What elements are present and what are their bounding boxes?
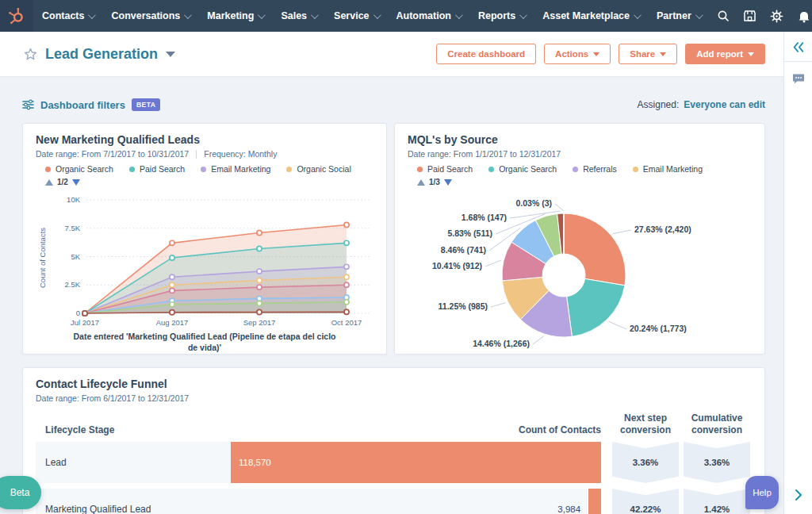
legend-dot-icon [488,167,494,172]
gear-icon[interactable] [764,0,791,32]
frequency: Frequency: Monthly [204,149,277,159]
legend-dot-icon [45,167,51,172]
donut-chart[interactable]: 27.63% (2,420)20.24% (1,773)14.46% (1,26… [408,186,753,356]
help-button[interactable]: Help [745,476,779,509]
data-point-marker[interactable] [344,282,349,287]
data-point-marker[interactable] [170,255,174,260]
nav-item-contacts[interactable]: Contacts [33,0,102,32]
funnel-bar-zone: Lead 118,570 [36,442,601,483]
chevron-down-icon [311,11,319,19]
legend-label: Organic Search [56,164,113,174]
pager-down-icon[interactable] [72,179,80,186]
svg-text:0: 0 [76,309,80,317]
report-subtitle: Date range: From 6/1/2017 to 12/31/2017 [36,393,752,403]
data-point-marker[interactable] [170,310,174,315]
data-point-marker[interactable] [344,264,349,269]
assigned-value-link[interactable]: Everyone can edit [684,99,765,110]
favorite-star-icon[interactable] [24,48,37,61]
data-point-marker[interactable] [344,309,349,314]
filter-icon [22,99,34,110]
data-point-marker[interactable] [170,302,174,307]
data-point-marker[interactable] [344,240,349,245]
report-card-lifecycle-funnel: Contact Lifecycle Funnel Date range: Fro… [22,367,765,514]
pager-up-icon[interactable] [45,179,53,186]
dashboard-body: Dashboard filters BETA Assigned: Everyon… [0,77,783,514]
legend-item[interactable]: Email Marketing [633,164,703,174]
chevron-down-icon [519,11,527,19]
legend-dot-icon [417,167,423,172]
data-point-marker[interactable] [257,230,262,235]
cumulative-conversion-badge: 3.36% [684,442,750,483]
pager-down-icon[interactable] [444,179,452,186]
dashboard-filters-button[interactable]: Dashboard filters BETA [22,98,160,111]
header-actions: Create dashboard Actions Share Add repor… [436,44,765,64]
chevron-down-icon [660,52,666,56]
area-line-chart[interactable]: 10K7.5K5K2.5K0Count of ContactsJul 2017A… [36,186,375,328]
report-title: Contact Lifecycle Funnel [36,378,752,390]
legend-item[interactable]: Paid Search [129,164,185,174]
legend-item[interactable]: Organic Search [45,164,113,174]
donut-slice[interactable] [567,278,625,336]
svg-text:Oct 2017: Oct 2017 [331,318,362,327]
nav-label: Partner [657,10,691,21]
actions-button[interactable]: Actions [544,44,611,64]
data-point-marker[interactable] [82,311,87,316]
nav-item-asset-marketplace[interactable]: Asset Marketplace [534,0,648,32]
svg-text:Jul 2017: Jul 2017 [71,318,99,327]
chevron-down-icon [373,11,381,19]
share-button[interactable]: Share [619,44,677,64]
marketplace-icon[interactable] [737,0,764,32]
nav-item-automation[interactable]: Automation [388,0,469,32]
nav-item-conversations[interactable]: Conversations [102,0,198,32]
funnel-bar-zone: Marketing Qualified Lead 3,984 [36,489,601,514]
comments-icon[interactable] [784,62,812,96]
legend-item[interactable]: Paid Search [417,164,473,174]
data-point-marker[interactable] [170,282,174,287]
data-point-marker[interactable] [257,309,262,314]
report-subtitle: Date range: From 7/1/2017 to 10/31/2017 … [36,149,373,159]
data-point-marker[interactable] [344,300,349,305]
nav-item-service[interactable]: Service [325,0,387,32]
legend-item[interactable]: Referrals [573,164,617,174]
notifications-bell-icon[interactable] [791,0,812,32]
collapse-panel-icon[interactable] [784,32,812,61]
dashboard-switcher-caret-icon[interactable] [166,52,175,57]
funnel-bar[interactable] [588,489,601,514]
data-point-marker[interactable] [344,222,349,227]
search-icon[interactable] [710,0,737,32]
add-report-button[interactable]: Add report [685,44,765,64]
legend-label: Email Marketing [211,164,270,174]
chart-legend: Paid SearchOrganic SearchReferralsEmail … [417,164,752,174]
data-point-marker[interactable] [170,288,174,293]
beta-pill[interactable]: Beta [0,476,41,509]
next-page-chevron-icon[interactable] [784,489,812,501]
page-title[interactable]: Lead Generation [45,46,158,63]
nav-item-reports[interactable]: Reports [469,0,534,32]
hubspot-sprocket-icon [8,7,25,25]
data-point-marker[interactable] [257,278,262,282]
legend-item[interactable]: Organic Social [286,164,350,174]
data-point-marker[interactable] [257,269,262,274]
nav-item-sales[interactable]: Sales [272,0,325,32]
data-point-marker[interactable] [344,274,349,279]
hubspot-logo[interactable] [0,0,33,32]
data-point-marker[interactable] [170,240,174,245]
nav-label: Service [334,10,369,21]
nav-label: Automation [396,10,451,21]
button-label: Actions [555,49,588,59]
funnel-bar[interactable]: 118,570 [231,442,601,483]
create-dashboard-button[interactable]: Create dashboard [436,44,536,64]
data-point-marker[interactable] [257,285,262,290]
data-point-marker[interactable] [257,246,262,251]
donut-slice[interactable] [564,213,626,286]
legend-item[interactable]: Email Marketing [201,164,270,174]
svg-text:Count of Contacts: Count of Contacts [38,228,47,288]
nav-item-marketing[interactable]: Marketing [198,0,272,32]
date-range: Date range: From 1/1/2017 to 12/31/2017 [408,149,561,159]
pager-up-icon[interactable] [417,179,425,186]
report-cards-row: New Marketing Qualified Leads Date range… [22,123,765,355]
legend-item[interactable]: Organic Search [488,164,557,174]
data-point-marker[interactable] [257,301,262,305]
nav-item-partner[interactable]: Partner [648,0,710,32]
data-point-marker[interactable] [170,274,174,279]
